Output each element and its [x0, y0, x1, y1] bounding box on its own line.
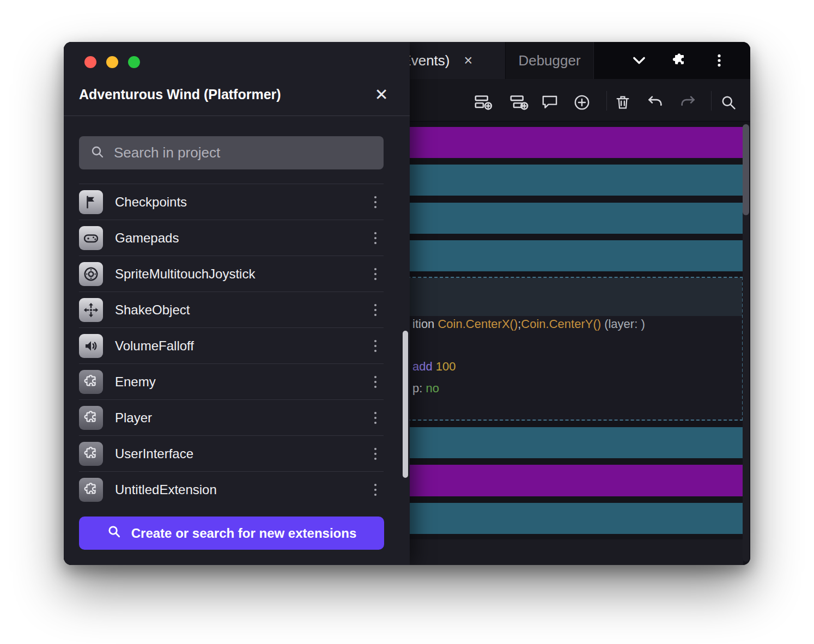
project-search[interactable]	[79, 136, 384, 169]
extension-row-volumefalloff[interactable]: VolumeFalloff	[79, 327, 384, 363]
move-arrows-icon	[79, 298, 103, 322]
row-kebab-menu-icon[interactable]	[367, 411, 384, 425]
panel-scrollbar-thumb[interactable]	[403, 331, 408, 478]
selected-event-conditions	[392, 278, 742, 316]
event-row-teal[interactable]	[391, 427, 743, 458]
tab-debugger-label: Debugger	[518, 52, 580, 69]
search-icon	[90, 144, 105, 162]
event-row-teal[interactable]	[391, 165, 743, 196]
extension-row-userinterface[interactable]: UserInterface	[79, 435, 384, 471]
events-scrollbar-thumb[interactable]	[743, 124, 749, 215]
code-keyword: add	[412, 360, 436, 373]
undo-icon[interactable]	[643, 90, 667, 114]
app-window: (Events) × Debugger	[64, 42, 750, 565]
panel-title: Adventurous Wind (Platformer)	[79, 87, 281, 102]
event-row-teal[interactable]	[391, 203, 743, 234]
macos-zoom-button[interactable]	[128, 56, 140, 68]
tab-events-close-icon[interactable]: ×	[464, 53, 473, 68]
page-background: (Events) × Debugger	[0, 0, 814, 644]
add-event-below-icon[interactable]	[507, 90, 531, 114]
event-row-purple[interactable]	[391, 127, 743, 158]
extension-label: SpriteMultitouchJoystick	[115, 266, 255, 282]
chevron-down-icon[interactable]	[630, 52, 648, 69]
code-expression: Coin.CenterY()	[521, 317, 601, 331]
create-extension-button[interactable]: Create or search for new extensions	[79, 517, 384, 550]
extension-row-multitouch-joystick[interactable]: SpriteMultitouchJoystick	[79, 256, 384, 291]
event-row-teal[interactable]	[391, 240, 743, 271]
topbar-actions	[608, 42, 750, 79]
add-comment-icon[interactable]	[538, 90, 562, 114]
extension-label: VolumeFalloff	[115, 338, 194, 354]
row-kebab-menu-icon[interactable]	[367, 483, 384, 497]
extension-label: ShakeObject	[115, 302, 190, 318]
puzzle-icon	[79, 406, 103, 430]
redo-icon[interactable]	[676, 90, 700, 114]
puzzle-icon	[79, 478, 103, 502]
selected-event-block[interactable]: ition Coin.CenterX();Coin.CenterY() (lay…	[391, 277, 743, 421]
code-boolean: no	[426, 381, 439, 395]
toolbar-divider	[711, 91, 712, 111]
extension-row-enemy[interactable]: Enemy	[79, 363, 384, 399]
extension-label: UntitledExtension	[115, 482, 217, 497]
row-kebab-menu-icon[interactable]	[367, 267, 384, 281]
extensions-panel: Adventurous Wind (Platformer) ✕ Checkpoi…	[64, 42, 410, 565]
create-extension-button-label: Create or search for new extensions	[131, 526, 356, 541]
speaker-icon	[79, 334, 103, 358]
panel-header: Adventurous Wind (Platformer) ✕	[64, 74, 410, 116]
extension-row-untitledextension[interactable]: UntitledExtension	[79, 471, 384, 507]
event-row-teal[interactable]	[391, 503, 743, 534]
gamepad-icon	[79, 226, 103, 250]
extension-label: Gamepads	[115, 230, 179, 246]
extension-row-player[interactable]: Player	[79, 399, 384, 435]
extension-label: Enemy	[115, 374, 156, 390]
toolbar-divider	[606, 91, 607, 111]
extension-label: Checkpoints	[115, 195, 187, 210]
code-text: p:	[412, 381, 426, 395]
puzzle-icon	[79, 370, 103, 394]
extension-row-shakeobject[interactable]: ShakeObject	[79, 291, 384, 327]
event-action-line-position: ition Coin.CenterX();Coin.CenterY() (lay…	[412, 317, 645, 331]
extension-row-checkpoints[interactable]: Checkpoints	[79, 184, 384, 220]
extension-label: Player	[115, 410, 152, 426]
puzzle-icon	[79, 442, 103, 466]
delete-icon[interactable]	[611, 90, 635, 114]
search-input[interactable]	[114, 144, 373, 161]
joystick-icon	[79, 262, 103, 286]
event-action-line-add: add 100	[412, 360, 456, 374]
event-action-line-loop: p: no	[412, 381, 439, 396]
search-icon	[107, 524, 122, 542]
extension-row-gamepads[interactable]: Gamepads	[79, 220, 384, 256]
event-row-purple[interactable]	[391, 465, 743, 496]
search-events-icon[interactable]	[716, 90, 740, 114]
kebab-menu-icon[interactable]	[711, 52, 727, 69]
row-kebab-menu-icon[interactable]	[367, 303, 384, 317]
row-kebab-menu-icon[interactable]	[367, 375, 384, 389]
row-kebab-menu-icon[interactable]	[367, 231, 384, 245]
flag-icon	[79, 190, 103, 214]
row-kebab-menu-icon[interactable]	[367, 447, 384, 461]
macos-close-button[interactable]	[84, 56, 96, 68]
code-expression: Coin.CenterX()	[438, 317, 518, 331]
panel-close-icon[interactable]: ✕	[372, 84, 391, 104]
macos-minimize-button[interactable]	[106, 56, 118, 68]
code-text: ition	[412, 317, 438, 331]
extension-label: UserInterface	[115, 446, 193, 461]
add-subevent-icon[interactable]	[471, 90, 495, 114]
add-other-icon[interactable]	[570, 90, 594, 114]
code-number: 100	[436, 360, 456, 373]
code-layer-suffix: (layer: )	[601, 317, 645, 331]
row-kebab-menu-icon[interactable]	[367, 339, 384, 353]
tab-debugger[interactable]: Debugger	[506, 42, 594, 79]
event-row-partial[interactable]	[391, 539, 743, 565]
extensions-puzzle-icon[interactable]	[671, 52, 688, 69]
row-kebab-menu-icon[interactable]	[367, 195, 384, 209]
